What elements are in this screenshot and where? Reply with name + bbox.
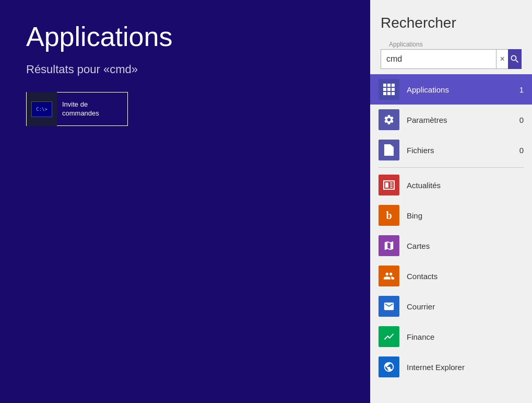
category-item-finance[interactable]: Finance bbox=[370, 321, 532, 352]
maps-icon bbox=[379, 235, 399, 256]
cmd-app-tile[interactable]: Invite de commandes bbox=[26, 92, 128, 126]
cmd-tile-label: Invite de commandes bbox=[57, 100, 104, 118]
category-item-fichiers[interactable]: Fichiers 0 bbox=[370, 135, 532, 165]
apps-icon bbox=[379, 79, 399, 100]
category-item-contacts[interactable]: Contacts bbox=[370, 261, 532, 291]
settings-icon bbox=[379, 109, 399, 130]
parametres-label: Paramètres bbox=[407, 116, 519, 124]
mail-svg-icon bbox=[383, 301, 395, 312]
ie-icon bbox=[379, 356, 399, 377]
category-item-internet-explorer[interactable]: Internet Explorer bbox=[370, 352, 532, 382]
fichiers-count: 0 bbox=[519, 146, 524, 155]
search-icon bbox=[510, 54, 520, 64]
results-label: Résultats pour «cmd» bbox=[26, 63, 344, 76]
category-item-courrier[interactable]: Courrier bbox=[370, 291, 532, 321]
page-title: Applications bbox=[26, 21, 344, 52]
clear-button[interactable]: × bbox=[496, 49, 508, 69]
category-item-cartes[interactable]: Cartes bbox=[370, 231, 532, 261]
category-item-parametres[interactable]: Paramètres 0 bbox=[370, 105, 532, 135]
actualites-label: Actualités bbox=[407, 181, 524, 190]
finance-icon bbox=[379, 326, 399, 347]
search-input[interactable] bbox=[381, 49, 496, 69]
mail-icon bbox=[379, 296, 399, 317]
rechercher-title: Rechercher bbox=[381, 15, 522, 31]
bing-label: Bing bbox=[407, 211, 524, 220]
cmd-tile-icon bbox=[27, 92, 57, 126]
internet-explorer-label: Internet Explorer bbox=[407, 363, 524, 372]
fichiers-label: Fichiers bbox=[407, 146, 519, 155]
search-input-container: × bbox=[381, 49, 522, 69]
applications-label: Applications bbox=[407, 85, 519, 94]
news-icon bbox=[379, 175, 399, 195]
contacts-icon bbox=[379, 266, 399, 286]
right-panel: Rechercher Applications × Applications bbox=[370, 0, 532, 403]
cartes-label: Cartes bbox=[407, 241, 524, 250]
contacts-label: Contacts bbox=[407, 272, 524, 281]
grid-icon bbox=[383, 84, 395, 95]
courrier-label: Courrier bbox=[407, 302, 524, 311]
cmd-icon-image bbox=[31, 101, 52, 117]
finance-label: Finance bbox=[407, 332, 524, 341]
files-icon bbox=[379, 140, 399, 160]
map-svg-icon bbox=[383, 240, 395, 251]
category-list: Applications 1 Paramètres 0 Fichiers 0 bbox=[370, 74, 532, 403]
bing-icon: b bbox=[379, 205, 399, 226]
search-header: Rechercher Applications × bbox=[370, 0, 532, 74]
category-section-label: Applications bbox=[381, 38, 522, 49]
applications-count: 1 bbox=[519, 85, 524, 94]
ie-svg-icon bbox=[383, 361, 395, 373]
gear-icon bbox=[383, 114, 395, 125]
category-item-actualites[interactable]: Actualités bbox=[370, 170, 532, 200]
category-item-bing[interactable]: b Bing bbox=[370, 200, 532, 231]
divider bbox=[379, 167, 524, 168]
search-button[interactable] bbox=[508, 49, 522, 69]
file-shape-icon bbox=[384, 144, 394, 156]
category-item-applications[interactable]: Applications 1 bbox=[370, 74, 532, 105]
left-panel: Applications Résultats pour «cmd» Invite… bbox=[0, 0, 370, 403]
finance-svg-icon bbox=[383, 331, 395, 342]
contacts-svg-icon bbox=[383, 270, 395, 282]
parametres-count: 0 bbox=[519, 116, 524, 124]
